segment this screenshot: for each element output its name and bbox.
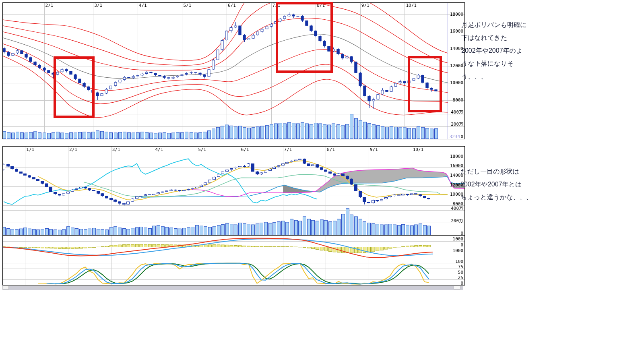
daily-chart-ichimoku[interactable] (0, 141, 467, 286)
note-line: う、、、 (461, 70, 526, 83)
note-line: 2002年や2007年とは (460, 178, 533, 191)
note-line: うな下落になりそ (461, 57, 526, 70)
note-line: 下はなれてきた (461, 31, 526, 44)
note-line: 2002年や2007年のよ (461, 44, 526, 57)
note-line: ちょっと違うかな、、、 (460, 191, 533, 204)
scrollbar-left-button[interactable] (2, 286, 9, 290)
note-line: ただし一目の形状は (460, 165, 533, 178)
scrollbar-right-button[interactable] (454, 286, 460, 290)
horizontal-scrollbar-track[interactable] (2, 286, 463, 290)
trading-chart-workspace: 月足ボリバンも明確に 下はなれてきた 2002年や2007年のよ うな下落になり… (0, 0, 644, 364)
annotation-top-note: 月足ボリバンも明確に 下はなれてきた 2002年や2007年のよ うな下落になり… (461, 19, 526, 83)
note-line: 月足ボリバンも明確に (461, 19, 526, 31)
annotation-bottom-note: ただし一目の形状は 2002年や2007年とは ちょっと違うかな、、、 (460, 165, 533, 204)
daily-chart-bollinger[interactable] (0, 0, 467, 141)
